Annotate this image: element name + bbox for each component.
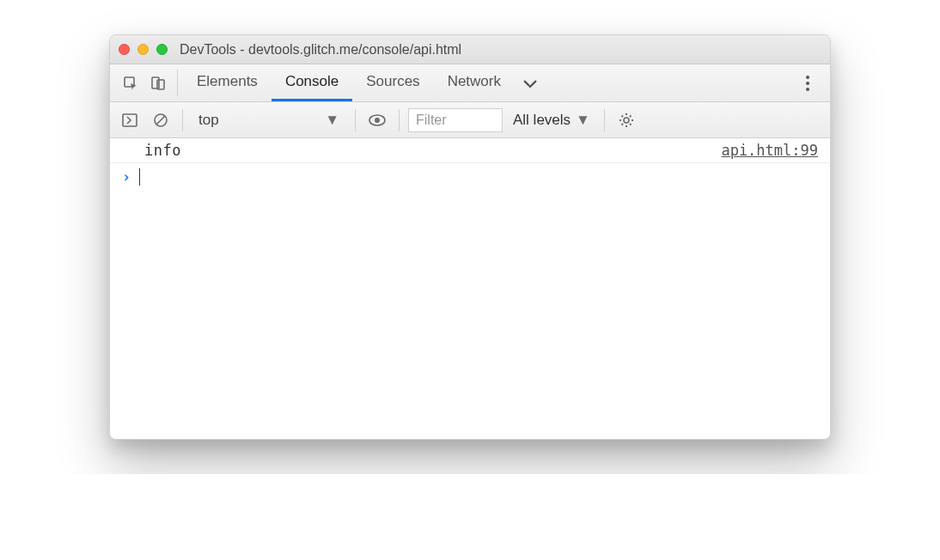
divider bbox=[355, 109, 356, 131]
traffic-lights bbox=[119, 44, 168, 55]
inspect-element-icon[interactable] bbox=[117, 64, 144, 101]
execution-context-select[interactable]: top ▼ bbox=[192, 112, 346, 129]
divider bbox=[399, 109, 400, 131]
more-tabs-button[interactable] bbox=[515, 64, 546, 101]
log-row[interactable]: info api.html:99 bbox=[110, 138, 830, 163]
console-output: info api.html:99 › bbox=[110, 138, 830, 439]
dropdown-caret-icon: ▼ bbox=[576, 112, 590, 129]
console-toolbar: top ▼ All levels ▼ bbox=[110, 102, 830, 138]
devtools-window: DevTools - devtools.glitch.me/console/ap… bbox=[109, 34, 831, 440]
tab-network[interactable]: Network bbox=[434, 64, 515, 101]
tab-label: Sources bbox=[366, 73, 419, 90]
filter-input[interactable] bbox=[408, 108, 503, 132]
kebab-menu-icon[interactable] bbox=[792, 64, 823, 101]
console-prompt[interactable]: › bbox=[110, 163, 830, 191]
live-expression-icon[interactable] bbox=[364, 107, 390, 133]
divider bbox=[182, 109, 183, 131]
window-title: DevTools - devtools.glitch.me/console/ap… bbox=[180, 42, 461, 58]
tab-console[interactable]: Console bbox=[272, 64, 352, 101]
tab-sources[interactable]: Sources bbox=[352, 64, 433, 101]
divider bbox=[177, 70, 178, 96]
svg-point-5 bbox=[806, 88, 809, 91]
levels-label: All levels bbox=[513, 112, 571, 129]
tab-label: Elements bbox=[197, 73, 258, 90]
tab-label: Console bbox=[285, 73, 339, 90]
svg-point-4 bbox=[806, 82, 809, 85]
divider bbox=[604, 109, 605, 131]
svg-point-3 bbox=[806, 76, 809, 79]
tab-label: Network bbox=[448, 73, 501, 90]
text-cursor bbox=[139, 168, 140, 186]
close-window-button[interactable] bbox=[119, 44, 130, 55]
context-label: top bbox=[198, 112, 219, 129]
panel-tabs-row: Elements Console Sources Network bbox=[110, 64, 830, 102]
svg-rect-1 bbox=[152, 77, 159, 88]
minimize-window-button[interactable] bbox=[137, 44, 149, 55]
log-message: info bbox=[144, 142, 181, 159]
svg-point-9 bbox=[375, 118, 380, 123]
panel-tabs: Elements Console Sources Network bbox=[183, 64, 515, 101]
log-levels-select[interactable]: All levels ▼ bbox=[508, 112, 595, 129]
device-toolbar-icon[interactable] bbox=[144, 64, 172, 101]
clear-console-icon[interactable] bbox=[148, 107, 174, 133]
tab-elements[interactable]: Elements bbox=[183, 64, 272, 101]
maximize-window-button[interactable] bbox=[156, 44, 168, 55]
dropdown-caret-icon: ▼ bbox=[325, 112, 339, 129]
toggle-sidebar-icon[interactable] bbox=[117, 107, 143, 133]
prompt-chevron-icon: › bbox=[122, 168, 131, 186]
svg-line-8 bbox=[156, 116, 165, 125]
console-settings-icon[interactable] bbox=[613, 107, 639, 133]
svg-point-10 bbox=[624, 118, 629, 123]
log-source-link[interactable]: api.html:99 bbox=[721, 142, 818, 159]
titlebar: DevTools - devtools.glitch.me/console/ap… bbox=[110, 35, 830, 64]
